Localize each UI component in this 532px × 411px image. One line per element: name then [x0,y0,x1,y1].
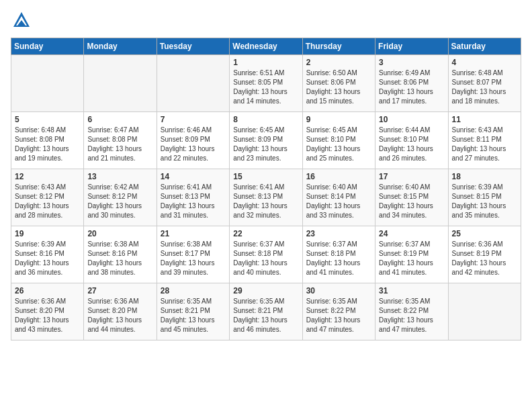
cell-info: Sunrise: 6:49 AM Sunset: 8:06 PM Dayligh… [379,68,444,106]
day-header: Monday [84,38,157,55]
cell-info: Sunrise: 6:37 AM Sunset: 8:18 PM Dayligh… [306,240,371,277]
calendar-cell: 13Sunrise: 6:42 AM Sunset: 8:12 PM Dayli… [84,169,157,226]
day-number: 31 [379,286,444,295]
day-number: 24 [379,229,444,238]
calendar-cell: 9Sunrise: 6:45 AM Sunset: 8:10 PM Daylig… [302,112,375,169]
day-number: 15 [233,172,298,181]
cell-info: Sunrise: 6:39 AM Sunset: 8:15 PM Dayligh… [452,183,517,220]
calendar-cell: 25Sunrise: 6:36 AM Sunset: 8:19 PM Dayli… [448,226,521,283]
calendar-cell: 18Sunrise: 6:39 AM Sunset: 8:15 PM Dayli… [448,169,521,226]
day-number: 19 [15,229,80,238]
calendar-cell: 21Sunrise: 6:38 AM Sunset: 8:17 PM Dayli… [157,226,229,283]
cell-info: Sunrise: 6:44 AM Sunset: 8:10 PM Dayligh… [379,126,444,163]
cell-info: Sunrise: 6:47 AM Sunset: 8:08 PM Dayligh… [87,126,152,163]
calendar-cell: 5Sunrise: 6:48 AM Sunset: 8:08 PM Daylig… [11,112,84,169]
calendar-table: SundayMondayTuesdayWednesdayThursdayFrid… [11,38,521,340]
cell-info: Sunrise: 6:45 AM Sunset: 8:09 PM Dayligh… [233,126,298,163]
cell-info: Sunrise: 6:43 AM Sunset: 8:11 PM Dayligh… [452,126,517,163]
cell-info: Sunrise: 6:35 AM Sunset: 8:22 PM Dayligh… [306,297,371,334]
day-number: 9 [306,115,371,124]
cell-info: Sunrise: 6:41 AM Sunset: 8:13 PM Dayligh… [161,183,226,220]
calendar-cell: 31Sunrise: 6:35 AM Sunset: 8:22 PM Dayli… [375,283,448,340]
calendar-cell: 11Sunrise: 6:43 AM Sunset: 8:11 PM Dayli… [448,112,521,169]
day-number: 17 [379,172,444,181]
cell-info: Sunrise: 6:48 AM Sunset: 8:07 PM Dayligh… [452,68,517,106]
day-number: 22 [233,229,298,238]
calendar-cell: 8Sunrise: 6:45 AM Sunset: 8:09 PM Daylig… [230,112,302,169]
day-number: 25 [452,229,517,238]
day-number: 2 [306,58,371,67]
cell-info: Sunrise: 6:38 AM Sunset: 8:16 PM Dayligh… [87,240,152,277]
day-header: Friday [375,38,448,55]
cell-info: Sunrise: 6:39 AM Sunset: 8:16 PM Dayligh… [15,240,80,277]
day-number: 13 [87,172,152,181]
calendar-cell: 23Sunrise: 6:37 AM Sunset: 8:18 PM Dayli… [302,226,375,283]
day-number: 10 [379,115,444,124]
logo [11,11,35,30]
cell-info: Sunrise: 6:40 AM Sunset: 8:15 PM Dayligh… [379,183,444,220]
day-number: 21 [161,229,226,238]
cell-info: Sunrise: 6:51 AM Sunset: 8:05 PM Dayligh… [233,68,298,106]
cell-info: Sunrise: 6:45 AM Sunset: 8:10 PM Dayligh… [306,126,371,163]
calendar-cell: 6Sunrise: 6:47 AM Sunset: 8:08 PM Daylig… [84,112,157,169]
calendar-cell: 16Sunrise: 6:40 AM Sunset: 8:14 PM Dayli… [302,169,375,226]
calendar-cell: 3Sunrise: 6:49 AM Sunset: 8:06 PM Daylig… [375,55,448,112]
cell-info: Sunrise: 6:40 AM Sunset: 8:14 PM Dayligh… [306,183,371,220]
cell-info: Sunrise: 6:36 AM Sunset: 8:20 PM Dayligh… [87,297,152,334]
calendar-cell [448,283,521,340]
cell-info: Sunrise: 6:35 AM Sunset: 8:21 PM Dayligh… [233,297,298,334]
day-header: Tuesday [157,38,229,55]
calendar-cell: 15Sunrise: 6:41 AM Sunset: 8:13 PM Dayli… [230,169,302,226]
calendar-cell: 28Sunrise: 6:35 AM Sunset: 8:21 PM Dayli… [157,283,229,340]
calendar-cell: 29Sunrise: 6:35 AM Sunset: 8:21 PM Dayli… [230,283,302,340]
day-number: 23 [306,229,371,238]
day-number: 6 [87,115,152,124]
day-number: 5 [15,115,80,124]
cell-info: Sunrise: 6:35 AM Sunset: 8:21 PM Dayligh… [161,297,226,334]
calendar-cell: 24Sunrise: 6:37 AM Sunset: 8:19 PM Dayli… [375,226,448,283]
day-number: 27 [87,286,152,295]
cell-info: Sunrise: 6:46 AM Sunset: 8:09 PM Dayligh… [161,126,226,163]
calendar-cell: 7Sunrise: 6:46 AM Sunset: 8:09 PM Daylig… [157,112,229,169]
calendar-cell: 17Sunrise: 6:40 AM Sunset: 8:15 PM Dayli… [375,169,448,226]
calendar-cell: 12Sunrise: 6:43 AM Sunset: 8:12 PM Dayli… [11,169,84,226]
day-number: 30 [306,286,371,295]
calendar-cell: 4Sunrise: 6:48 AM Sunset: 8:07 PM Daylig… [448,55,521,112]
cell-info: Sunrise: 6:41 AM Sunset: 8:13 PM Dayligh… [233,183,298,220]
day-number: 7 [161,115,226,124]
cell-info: Sunrise: 6:50 AM Sunset: 8:06 PM Dayligh… [306,68,371,106]
cell-info: Sunrise: 6:37 AM Sunset: 8:18 PM Dayligh… [233,240,298,277]
cell-info: Sunrise: 6:38 AM Sunset: 8:17 PM Dayligh… [161,240,226,277]
cell-info: Sunrise: 6:48 AM Sunset: 8:08 PM Dayligh… [15,126,80,163]
calendar-cell [157,55,229,112]
calendar-cell: 30Sunrise: 6:35 AM Sunset: 8:22 PM Dayli… [302,283,375,340]
day-number: 8 [233,115,298,124]
day-number: 12 [15,172,80,181]
day-number: 28 [161,286,226,295]
calendar-cell: 1Sunrise: 6:51 AM Sunset: 8:05 PM Daylig… [230,55,302,112]
day-number: 26 [15,286,80,295]
calendar-cell [11,55,84,112]
day-number: 1 [233,58,298,67]
calendar-cell: 10Sunrise: 6:44 AM Sunset: 8:10 PM Dayli… [375,112,448,169]
day-number: 20 [87,229,152,238]
day-number: 11 [452,115,517,124]
day-header: Sunday [11,38,84,55]
calendar-cell: 19Sunrise: 6:39 AM Sunset: 8:16 PM Dayli… [11,226,84,283]
page-header [11,11,521,30]
calendar-cell: 20Sunrise: 6:38 AM Sunset: 8:16 PM Dayli… [84,226,157,283]
day-number: 18 [452,172,517,181]
day-header: Thursday [302,38,375,55]
day-header: Saturday [448,38,521,55]
cell-info: Sunrise: 6:37 AM Sunset: 8:19 PM Dayligh… [379,240,444,277]
day-number: 16 [306,172,371,181]
logo-icon [11,11,32,30]
day-number: 3 [379,58,444,67]
calendar-cell: 22Sunrise: 6:37 AM Sunset: 8:18 PM Dayli… [230,226,302,283]
calendar-cell [84,55,157,112]
cell-info: Sunrise: 6:43 AM Sunset: 8:12 PM Dayligh… [15,183,80,220]
day-number: 29 [233,286,298,295]
cell-info: Sunrise: 6:36 AM Sunset: 8:19 PM Dayligh… [452,240,517,277]
day-number: 14 [161,172,226,181]
cell-info: Sunrise: 6:35 AM Sunset: 8:22 PM Dayligh… [379,297,444,334]
